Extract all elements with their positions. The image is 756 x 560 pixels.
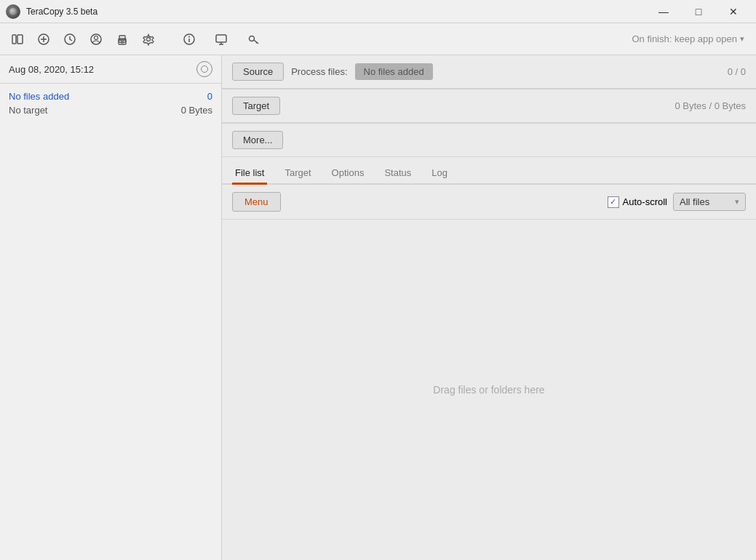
file-list-toolbar: Menu ✓ Auto-scroll All files ▾ (222, 185, 756, 220)
svg-point-7 (95, 36, 98, 39)
target-row: Target 0 Bytes / 0 Bytes (222, 89, 756, 123)
left-header: Aug 08, 2020, 15:12 (0, 55, 221, 84)
filter-dropdown[interactable]: All files ▾ (673, 193, 746, 211)
info-button[interactable] (178, 28, 201, 51)
svg-rect-9 (119, 36, 125, 40)
svg-rect-17 (216, 35, 226, 42)
no-target-size: 0 Bytes (181, 105, 212, 116)
target-info-row: No target 0 Bytes (9, 105, 212, 116)
record-button[interactable] (196, 61, 212, 77)
filter-label: All files (680, 196, 709, 207)
minimize-button[interactable]: — (647, 0, 680, 23)
settings-button[interactable] (137, 28, 160, 51)
no-files-count: 0 (207, 91, 212, 102)
add-button[interactable] (32, 28, 55, 51)
left-panel: Aug 08, 2020, 15:12 No files added 0 No … (0, 55, 222, 560)
gear-icon (142, 33, 155, 46)
no-target-label: No target (9, 105, 47, 116)
title-bar: TeraCopy 3.5 beta — □ ✕ (0, 0, 756, 23)
key-button[interactable] (242, 28, 265, 51)
toolbar: On finish: keep app open ▾ (0, 23, 756, 55)
profile-button[interactable] (84, 28, 108, 51)
sidebar-icon (11, 33, 24, 46)
drop-zone: Drag files or folders here (222, 220, 756, 560)
source-button[interactable]: Source (232, 63, 284, 81)
autoscroll-area: ✓ Auto-scroll All files ▾ (608, 193, 746, 211)
more-button[interactable]: More... (232, 131, 283, 149)
filter-arrow: ▾ (735, 197, 739, 207)
left-info: No files added 0 No target 0 Bytes (0, 84, 221, 123)
svg-point-13 (147, 37, 151, 41)
tab-options[interactable]: Options (329, 163, 367, 185)
file-list-area: Menu ✓ Auto-scroll All files ▾ Drag file… (222, 185, 756, 560)
print-button[interactable] (111, 28, 134, 51)
maximize-button[interactable]: □ (682, 0, 715, 23)
key-icon (247, 33, 260, 46)
history-icon (63, 33, 76, 46)
sidebar-toggle-button[interactable] (6, 28, 29, 51)
tab-target[interactable]: Target (282, 163, 314, 185)
record-icon (201, 65, 208, 73)
tab-status[interactable]: Status (381, 163, 414, 185)
svg-point-16 (188, 36, 190, 37)
title-bar-title: TeraCopy 3.5 beta (26, 7, 647, 17)
main-content: Aug 08, 2020, 15:12 No files added 0 No … (0, 55, 756, 560)
autoscroll-checkbox[interactable]: ✓ (608, 196, 619, 208)
monitor-icon (215, 33, 228, 46)
autoscroll-checkbox-container[interactable]: ✓ Auto-scroll (608, 196, 667, 208)
no-files-label: No files added (9, 91, 69, 102)
target-size: 0 Bytes / 0 Bytes (675, 100, 746, 111)
svg-line-21 (256, 42, 257, 44)
history-button[interactable] (58, 28, 81, 51)
tabs-row: File list Target Options Status Log (222, 157, 756, 185)
info-icon (183, 33, 196, 46)
close-button[interactable]: ✕ (717, 0, 750, 23)
on-finish-arrow: ▾ (740, 34, 744, 44)
target-button[interactable]: Target (232, 97, 280, 115)
monitor-button[interactable] (210, 28, 233, 51)
print-icon (116, 33, 129, 46)
files-info-row: No files added 0 (9, 91, 212, 102)
profile-icon (89, 33, 103, 46)
svg-rect-0 (12, 35, 16, 44)
more-row: More... (222, 124, 756, 157)
process-files-label: Process files: (291, 66, 347, 77)
on-finish-dropdown[interactable]: On finish: keep app open ▾ (626, 31, 750, 47)
source-row: Source Process files: No files added 0 /… (222, 55, 756, 89)
autoscroll-label: Auto-scroll (623, 196, 667, 207)
drop-zone-text: Drag files or folders here (433, 384, 544, 396)
source-count: 0 / 0 (728, 66, 746, 77)
menu-button[interactable]: Menu (232, 192, 281, 212)
tab-log[interactable]: Log (429, 163, 450, 185)
window-controls: — □ ✕ (647, 0, 750, 23)
tab-file-list[interactable]: File list (232, 163, 267, 185)
svg-point-20 (250, 36, 255, 41)
svg-rect-1 (17, 35, 23, 44)
on-finish-label: On finish: keep app open (632, 33, 737, 44)
add-icon (37, 33, 50, 46)
no-files-badge: No files added (355, 63, 433, 80)
session-date: Aug 08, 2020, 15:12 (9, 64, 94, 75)
app-logo (6, 4, 20, 19)
right-panel: Source Process files: No files added 0 /… (222, 55, 756, 560)
